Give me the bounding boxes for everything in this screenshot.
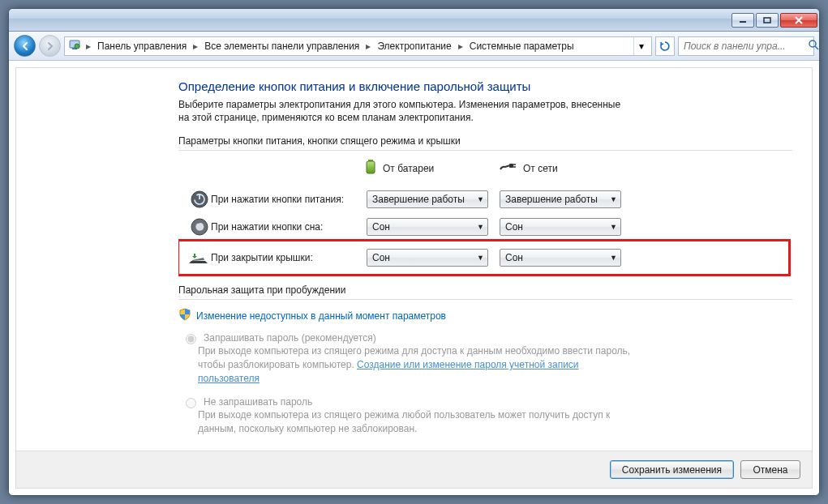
column-header-label: От батареи	[383, 163, 434, 174]
radio-no-password	[186, 398, 196, 408]
cancel-button[interactable]: Отмена	[740, 460, 800, 479]
back-button[interactable]	[14, 35, 36, 57]
svg-point-4	[75, 44, 79, 49]
search-icon[interactable]	[808, 39, 819, 53]
maximize-button[interactable]	[756, 13, 779, 28]
svg-point-5	[809, 41, 816, 47]
radio-require-password	[186, 334, 196, 344]
dropdown-lid-battery[interactable]: Сон▼	[367, 249, 488, 267]
forward-button[interactable]	[39, 35, 61, 57]
setting-row-lid-close: При закрытии крышки: Сон▼ Сон▼	[178, 241, 789, 275]
chevron-right-icon: ▸	[457, 41, 465, 52]
svg-rect-1	[764, 18, 770, 23]
chevron-down-icon: ▼	[477, 223, 484, 231]
divider	[178, 150, 792, 151]
dropdown-power-battery[interactable]: Завершение работы▼	[367, 190, 488, 208]
close-button[interactable]	[780, 13, 817, 28]
page-description: Выберите параметры электропитания для эт…	[178, 98, 633, 124]
power-button-icon	[188, 190, 211, 208]
radio-description: При выходе компьютера из спящего режима …	[198, 344, 636, 385]
radio-label: Запрашивать пароль (рекомендуется)	[204, 332, 376, 344]
search-box[interactable]	[678, 36, 814, 56]
chevron-down-icon: ▼	[610, 223, 617, 231]
breadcrumb-item[interactable]: Все элементы панели управления	[199, 37, 364, 55]
setting-label: При закрытии крышки:	[211, 252, 367, 263]
breadcrumb-item[interactable]: Панель управления	[92, 37, 191, 55]
refresh-button[interactable]	[655, 36, 675, 56]
content-area: Определение кнопок питания и включение п…	[9, 61, 819, 495]
svg-rect-0	[740, 21, 746, 23]
laptop-lid-icon	[188, 250, 211, 265]
column-header-ac: От сети	[499, 159, 633, 177]
group-label-password: Парольная защита при пробуждении	[178, 284, 792, 296]
page-title: Определение кнопок питания и включение п…	[178, 79, 792, 93]
setting-label: При нажатии кнопки сна:	[211, 221, 367, 233]
breadcrumb-dropdown[interactable]: ▾	[633, 37, 648, 55]
radio-description: При выходе компьютера из спящего режима …	[198, 408, 636, 436]
radio-label: Не запрашивать пароль	[204, 396, 312, 408]
chevron-right-icon: ▸	[84, 41, 92, 52]
column-header-battery: От батареи	[365, 159, 499, 177]
svg-rect-9	[509, 164, 513, 168]
svg-rect-8	[367, 161, 375, 173]
titlebar	[9, 9, 819, 32]
dropdown-sleep-ac[interactable]: Сон▼	[500, 218, 621, 236]
plug-icon	[499, 161, 517, 175]
dropdown-lid-ac[interactable]: Сон▼	[500, 249, 621, 267]
dropdown-power-ac[interactable]: Завершение работы▼	[500, 190, 621, 208]
dropdown-sleep-battery[interactable]: Сон▼	[367, 218, 488, 236]
breadcrumb[interactable]: ▸ Панель управления ▸ Все элементы панел…	[64, 36, 652, 56]
chevron-down-icon: ▼	[477, 254, 484, 262]
window-frame: ▸ Панель управления ▸ Все элементы панел…	[8, 8, 820, 496]
sleep-button-icon	[188, 218, 211, 236]
minimize-button[interactable]	[731, 13, 754, 28]
shield-icon	[178, 308, 191, 323]
divider	[178, 299, 792, 300]
chevron-down-icon: ▼	[477, 195, 484, 203]
control-panel-icon	[68, 38, 81, 53]
address-bar: ▸ Панель управления ▸ Все элементы панел…	[9, 32, 819, 61]
change-unavailable-settings-link[interactable]: Изменение недоступных в данный момент па…	[196, 310, 446, 322]
footer-bar: Сохранить изменения Отмена	[16, 451, 812, 488]
chevron-right-icon: ▸	[364, 41, 372, 52]
chevron-right-icon: ▸	[191, 41, 199, 52]
group-label-buttons: Параметры кнопки питания, кнопки спящего…	[178, 135, 792, 147]
setting-label: При нажатии кнопки питания:	[211, 194, 367, 205]
setting-row-power-button: При нажатии кнопки питания: Завершение р…	[178, 186, 792, 213]
chevron-down-icon: ▼	[610, 254, 617, 262]
save-button[interactable]: Сохранить изменения	[610, 460, 734, 479]
setting-row-sleep-button: При нажатии кнопки сна: Сон▼ Сон▼	[178, 213, 792, 241]
breadcrumb-item[interactable]: Электропитание	[372, 37, 456, 55]
breadcrumb-item[interactable]: Системные параметры	[465, 37, 579, 55]
chevron-down-icon: ▼	[610, 195, 617, 203]
column-header-label: От сети	[523, 163, 558, 174]
battery-icon	[365, 159, 376, 177]
svg-line-6	[815, 46, 818, 49]
search-input[interactable]	[682, 40, 808, 53]
